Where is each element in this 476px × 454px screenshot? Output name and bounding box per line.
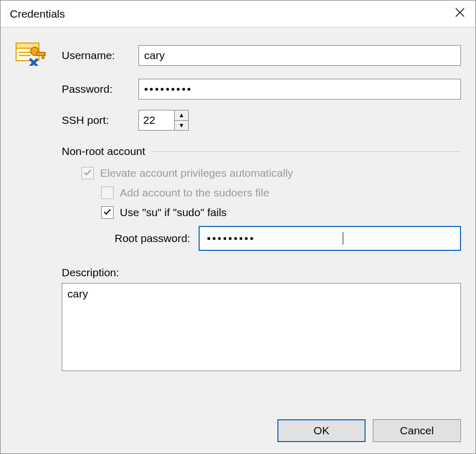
titlebar: Credentials [1, 1, 475, 27]
elevate-checkbox [81, 167, 94, 179]
password-label: Password: [62, 83, 138, 95]
group-title: Non-root account [62, 145, 145, 158]
ssh-port-down[interactable]: ▼ [175, 121, 188, 131]
group-divider [151, 151, 461, 152]
window-title: Credentials [10, 8, 444, 20]
ssh-port-input[interactable] [139, 110, 174, 130]
root-password-field[interactable] [199, 226, 461, 251]
credentials-icon [15, 42, 62, 68]
non-root-account-group: Non-root account Elevate account privile… [62, 145, 461, 251]
sudoers-checkbox [101, 187, 114, 199]
use-su-checkbox[interactable] [101, 206, 114, 219]
client-area: Username: Password: SSH port: ▲ ▼ Non-ro… [1, 27, 475, 453]
username-label: Username: [62, 49, 138, 62]
checkmark-icon [83, 167, 92, 179]
close-icon [455, 7, 465, 20]
description-textarea[interactable] [62, 283, 461, 371]
triangle-up-icon: ▲ [178, 112, 185, 118]
username-input[interactable] [138, 45, 461, 66]
root-password-input[interactable] [206, 232, 344, 245]
ok-button[interactable]: OK [277, 419, 366, 442]
text-caret [343, 232, 343, 245]
credentials-dialog: Credentials Username: [0, 0, 476, 454]
triangle-down-icon: ▼ [178, 122, 185, 129]
ssh-port-up[interactable]: ▲ [175, 110, 188, 121]
ssh-port-spinner[interactable]: ▲ ▼ [138, 110, 189, 131]
root-password-label: Root password: [115, 232, 190, 245]
use-su-label: Use "su" if "sudo" fails [120, 206, 227, 219]
close-button[interactable] [444, 1, 475, 27]
description-label: Description: [62, 266, 461, 279]
checkmark-icon [103, 206, 111, 219]
reveal-password-button[interactable] [440, 231, 456, 246]
ssh-port-label: SSH port: [62, 114, 138, 126]
elevate-label: Elevate account privileges automatically [100, 167, 293, 179]
password-input[interactable] [138, 79, 461, 100]
sudoers-label: Add account to the sudoers file [120, 187, 269, 199]
svg-rect-5 [37, 52, 45, 55]
cancel-button[interactable]: Cancel [373, 419, 461, 442]
svg-rect-6 [42, 55, 44, 59]
